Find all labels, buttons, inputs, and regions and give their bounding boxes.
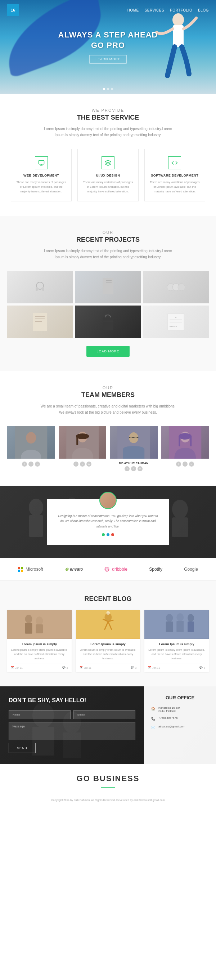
- twitter-icon-2[interactable]: t: [80, 461, 85, 466]
- svg-rect-48: [18, 570, 20, 572]
- project-item-4[interactable]: [7, 305, 73, 338]
- team-social-1: f t in: [7, 461, 55, 466]
- svg-point-36: [179, 433, 192, 439]
- svg-rect-63: [177, 621, 184, 632]
- testimonial-dot-1[interactable]: [102, 533, 105, 536]
- footer-copyright: Copyright 2014 by anik Rahman. All Right…: [0, 795, 216, 809]
- blog-meta-3: 📅 Jan 11 💬 6: [148, 663, 205, 669]
- nav-links: HOME SERVICES PORTFOLIO BLOG: [127, 8, 209, 12]
- linkedin-icon[interactable]: in: [35, 461, 40, 466]
- hero-dot-1[interactable]: [103, 88, 105, 90]
- office-email: ✉️ atikur.us@gmail.com: [151, 725, 210, 730]
- contact-message-input[interactable]: [9, 722, 135, 740]
- svg-point-44: [172, 500, 188, 519]
- hero-dot-3[interactable]: [111, 88, 113, 90]
- blog-content-3: Lorem Ipsum is simply Lorem ipsum is sim…: [145, 639, 209, 672]
- team-social-2: f t in: [59, 461, 106, 466]
- testimonial-card: Designing is a matter of concentration. …: [47, 499, 169, 545]
- linkedin-icon-4[interactable]: in: [189, 461, 194, 466]
- send-button[interactable]: SEND: [9, 743, 36, 753]
- twitter-icon-4[interactable]: t: [183, 461, 187, 466]
- nav-services[interactable]: SERVICES: [145, 8, 164, 12]
- svg-point-64: [187, 614, 194, 622]
- contact-section: DON'T BE SHY, SAY HELLO! SEND OUR OFFICE…: [0, 686, 216, 764]
- linkedin-icon-3[interactable]: in: [138, 466, 143, 471]
- project-item-5[interactable]: [75, 305, 141, 338]
- office-phone: 📞 +75864067676: [151, 716, 210, 721]
- nav-home[interactable]: HOME: [127, 8, 139, 12]
- testimonial-dot-2[interactable]: [106, 533, 110, 536]
- service-card-uiux: UI/UX DESIGN There are many variations o…: [78, 149, 138, 201]
- nav-blog[interactable]: BLOG: [198, 8, 209, 12]
- svg-rect-46: [18, 567, 20, 569]
- svg-rect-7: [42, 287, 44, 291]
- contact-name-input[interactable]: [9, 710, 71, 719]
- project-item-3[interactable]: [143, 271, 209, 303]
- brand-google: Google: [184, 567, 198, 572]
- facebook-icon-4[interactable]: f: [176, 461, 181, 466]
- facebook-icon-3[interactable]: f: [125, 466, 130, 471]
- facebook-icon-2[interactable]: f: [73, 461, 78, 466]
- blog-content-2: Lorem Ipsum is simply Lorem ipsum is sim…: [76, 639, 140, 672]
- hero-learn-more-button[interactable]: Learn More: [89, 55, 127, 64]
- svg-point-26: [26, 432, 36, 444]
- blog-card-1: Lorem Ipsum is simply Lorem ipsum is sim…: [7, 610, 71, 672]
- svg-rect-49: [21, 570, 23, 572]
- footer: GO BUSINESS Copyright 2014 by anik Rahma…: [0, 764, 216, 809]
- linkedin-icon-2[interactable]: in: [86, 461, 91, 466]
- facebook-icon[interactable]: f: [22, 461, 27, 466]
- envato-label: envato: [70, 567, 83, 572]
- project-item-1[interactable]: [7, 271, 73, 303]
- team-member-4: f t in: [161, 426, 209, 471]
- hero-person-image: [151, 7, 205, 94]
- blog-image-3: [145, 610, 209, 639]
- team-grid: f t in f t in: [7, 426, 209, 471]
- team-social-3: f t in: [110, 466, 158, 471]
- svg-rect-45: [172, 517, 188, 537]
- twitter-icon-3[interactable]: t: [131, 466, 136, 471]
- team-description: We are a small team of passionate, creat…: [40, 403, 176, 415]
- hero-text-block: ALWAYS A STEP AHEAD GO PRO Learn More: [58, 30, 158, 64]
- comment-icon: 💬: [62, 666, 65, 669]
- blog-image-1: [7, 610, 71, 639]
- svg-point-62: [177, 614, 184, 622]
- blog-section: RECENT BLOG Lorem Ipsum is simply Lorem …: [0, 581, 216, 686]
- services-grid: WEB DEVELOPMENT There are many variation…: [11, 149, 205, 201]
- svg-point-13: [178, 283, 185, 291]
- service-card-web-desc: There are many variations of passages of…: [16, 180, 66, 194]
- blog-post-1-excerpt: Lorem ipsum is simply orem ipsum is avai…: [11, 648, 68, 661]
- project-item-2[interactable]: [75, 271, 141, 303]
- logo: 16: [7, 4, 19, 16]
- email-icon: ✉️: [151, 725, 156, 730]
- contact-email-input[interactable]: [73, 710, 135, 719]
- testimonial-section: Designing is a matter of concentration. …: [0, 486, 216, 558]
- load-more-button[interactable]: Load More: [86, 346, 129, 357]
- hero-line2: GO PRO: [91, 41, 125, 50]
- svg-rect-53: [25, 623, 32, 634]
- spotify-label: Spotify: [149, 567, 162, 572]
- home-icon: 🏠: [151, 706, 156, 711]
- projects-description: Lorem Ipsum is simply dummy text of the …: [40, 248, 176, 260]
- svg-rect-61: [166, 622, 173, 632]
- svg-rect-14: [33, 313, 47, 331]
- testimonial-dots: [57, 533, 159, 536]
- svg-point-52: [25, 615, 32, 624]
- blog-meta-2: 📅 Jan 11 💬 3: [79, 663, 137, 669]
- svg-rect-55: [36, 624, 43, 633]
- team-member-1: f t in: [7, 426, 55, 471]
- svg-point-54: [36, 617, 43, 625]
- nav-portfolio[interactable]: PORTFOLIO: [170, 8, 192, 12]
- blog-comments-3: 💬 6: [199, 666, 205, 669]
- svg-rect-47: [21, 567, 23, 569]
- blog-image-2: [76, 610, 140, 639]
- blog-grid: Lorem Ipsum is simply Lorem ipsum is sim…: [7, 610, 209, 672]
- team-photo-2: [59, 426, 106, 459]
- svg-text:BARBER: BARBER: [170, 325, 177, 328]
- projects-section: OUR RECENT PROJECTS Lorem Ipsum is simpl…: [0, 216, 216, 371]
- projects-grid: ✦ BARBER: [7, 271, 209, 338]
- hero-dot-2[interactable]: [107, 88, 109, 90]
- project-item-6[interactable]: ✦ BARBER: [143, 305, 209, 338]
- twitter-icon[interactable]: t: [29, 461, 33, 466]
- web-dev-icon: [35, 156, 48, 169]
- testimonial-dot-3[interactable]: [111, 533, 114, 536]
